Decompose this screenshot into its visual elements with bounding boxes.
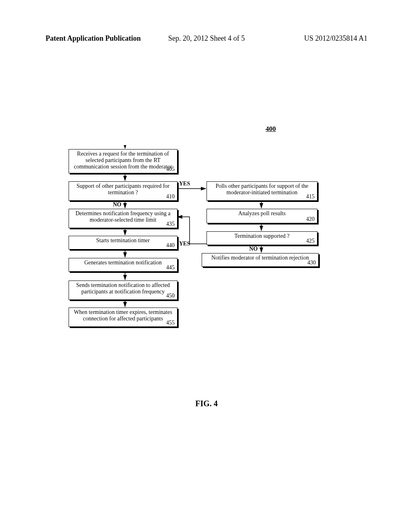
box-text: Sends termination notification to affect… (76, 282, 170, 295)
box-text: Termination supported ? (234, 233, 290, 239)
box-number: 430 (307, 260, 316, 266)
box-number: 410 (166, 193, 175, 200)
flowchart-box-410: Support of other participants required f… (69, 181, 177, 201)
box-text: Notifies moderator of termination reject… (211, 255, 309, 261)
box-number: 405 (166, 166, 175, 172)
edge-label-no-1: NO (113, 202, 121, 208)
page-header: Patent Application Publication Sep. 20, … (0, 34, 413, 43)
header-patent-number: US 2012/0235814 A1 (304, 34, 367, 43)
flowchart-box-415: Polls other participants for support of … (206, 181, 317, 201)
box-number: 420 (306, 216, 315, 222)
flowchart-box-420: Analyzes poll results 420 (206, 209, 317, 223)
flowchart-box-445: Generates termination notification 445 (69, 258, 177, 272)
box-text: When termination timer expires, terminat… (74, 309, 172, 322)
box-number: 455 (166, 320, 175, 326)
box-text: Polls other participants for support of … (215, 183, 308, 195)
box-text: Determines notification frequency using … (75, 210, 171, 223)
flowchart-box-430: Notifies moderator of termination reject… (202, 253, 319, 267)
diagram-reference-number: 400 (266, 125, 276, 133)
header-publication: Patent Application Publication (46, 34, 141, 43)
edge-label-yes-1: YES (179, 181, 190, 187)
box-number: 425 (306, 238, 315, 244)
box-number: 435 (166, 221, 175, 227)
box-number: 440 (166, 242, 175, 249)
edge-label-yes-2: YES (179, 241, 190, 247)
box-text: Analyzes poll results (238, 210, 286, 216)
header-date-sheet: Sep. 20, 2012 Sheet 4 of 5 (168, 34, 245, 43)
flowchart-box-435: Determines notification frequency using … (69, 209, 177, 228)
box-number: 445 (166, 264, 175, 271)
box-text: Support of other participants required f… (77, 183, 170, 195)
edge-label-no-2: NO (249, 246, 258, 252)
flowchart-box-450: Sends termination notification to affect… (69, 281, 177, 300)
flowchart-box-405: Receives a request for the termination o… (69, 149, 177, 173)
box-number: 450 (166, 293, 175, 299)
flowchart-box-440: Starts termination timer 440 (69, 236, 177, 249)
figure-caption: FIG. 4 (195, 399, 218, 408)
box-number: 415 (306, 193, 315, 200)
box-text: Starts termination timer (96, 237, 150, 243)
box-text: Receives a request for the termination o… (74, 151, 172, 170)
flowchart-box-455: When termination timer expires, terminat… (69, 308, 177, 327)
flowchart-box-425: Termination supported ? 425 (206, 231, 317, 245)
box-text: Generates termination notification (84, 260, 162, 266)
